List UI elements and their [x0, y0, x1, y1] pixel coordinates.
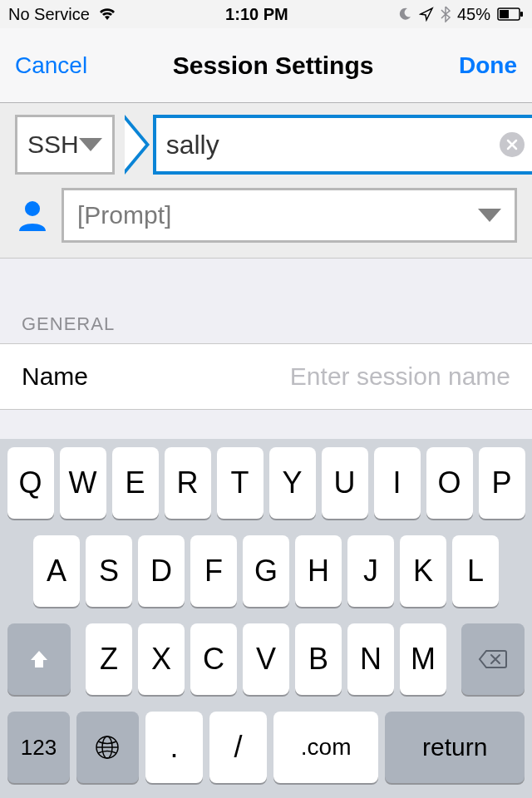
key-123[interactable]: 123 — [7, 712, 70, 783]
general-list: Name Enter session name — [0, 343, 532, 410]
key-d[interactable]: D — [138, 535, 185, 607]
key-m[interactable]: M — [400, 623, 446, 695]
keyboard: Q W E R T Y U I O P A S D F G H J K L Z … — [0, 439, 532, 798]
battery-icon — [497, 7, 524, 21]
location-icon — [419, 7, 434, 22]
name-label: Name — [22, 362, 88, 391]
protocol-value: SSH — [27, 131, 79, 159]
do-not-disturb-icon — [397, 7, 412, 22]
key-v[interactable]: V — [243, 623, 289, 695]
key-c[interactable]: C — [190, 623, 237, 695]
key-u[interactable]: U — [322, 447, 368, 519]
battery-percent: 45% — [457, 5, 490, 24]
key-z[interactable]: Z — [86, 623, 132, 695]
key-n[interactable]: N — [347, 623, 394, 695]
key-j[interactable]: J — [347, 535, 394, 607]
key-i[interactable]: I — [374, 447, 421, 519]
credentials-value: [Prompt] — [77, 201, 171, 229]
key-backspace[interactable] — [461, 623, 525, 695]
key-return[interactable]: return — [385, 712, 525, 783]
bluetooth-icon — [441, 6, 451, 22]
chevron-down-icon — [478, 209, 501, 222]
nav-bar: Cancel Session Settings Done — [0, 28, 532, 103]
key-y[interactable]: Y — [269, 447, 316, 519]
host-field[interactable] — [153, 115, 532, 175]
clock: 1:10 PM — [225, 5, 288, 24]
chevron-down-icon — [79, 138, 102, 151]
arrow-right-icon — [125, 115, 153, 175]
key-p[interactable]: P — [479, 447, 525, 519]
key-shift[interactable] — [7, 623, 71, 695]
section-header-general: GENERAL — [0, 313, 532, 343]
key-a[interactable]: A — [33, 535, 80, 607]
key-l[interactable]: L — [452, 535, 499, 607]
cancel-button[interactable]: Cancel — [15, 52, 87, 79]
protocol-select[interactable]: SSH — [15, 115, 115, 175]
keyboard-row-2: A S D F G H J K L — [4, 535, 528, 607]
carrier-label: No Service — [8, 5, 90, 24]
key-s[interactable]: S — [86, 535, 132, 607]
key-b[interactable]: B — [295, 623, 342, 695]
clear-icon[interactable] — [500, 132, 525, 157]
key-x[interactable]: X — [138, 623, 185, 695]
connection-form: SSH 22 [Prompt] — [0, 103, 532, 259]
wifi-icon — [98, 7, 116, 22]
user-icon — [15, 200, 50, 231]
host-input[interactable] — [166, 130, 500, 160]
key-slash[interactable]: / — [209, 712, 267, 783]
key-w[interactable]: W — [60, 447, 106, 519]
svg-point-3 — [25, 201, 40, 216]
key-h[interactable]: H — [295, 535, 342, 607]
name-row[interactable]: Name Enter session name — [0, 344, 532, 409]
key-g[interactable]: G — [243, 535, 289, 607]
key-t[interactable]: T — [217, 447, 264, 519]
keyboard-row-4: 123 . / .com return — [4, 712, 528, 783]
key-dotcom[interactable]: .com — [273, 712, 378, 783]
status-bar: No Service 1:10 PM 45% — [0, 0, 532, 28]
key-q[interactable]: Q — [7, 447, 54, 519]
key-dot[interactable]: . — [145, 712, 203, 783]
svg-rect-2 — [520, 12, 523, 17]
key-k[interactable]: K — [400, 535, 446, 607]
key-r[interactable]: R — [165, 447, 211, 519]
done-button[interactable]: Done — [459, 52, 517, 79]
key-f[interactable]: F — [190, 535, 237, 607]
key-e[interactable]: E — [112, 447, 159, 519]
name-placeholder: Enter session name — [290, 362, 510, 391]
svg-rect-1 — [500, 10, 509, 18]
key-o[interactable]: O — [426, 447, 473, 519]
credentials-select[interactable]: [Prompt] — [62, 188, 517, 243]
key-globe[interactable] — [76, 712, 139, 783]
keyboard-row-3: Z X C V B N M — [4, 623, 528, 695]
page-title: Session Settings — [173, 52, 374, 80]
keyboard-row-1: Q W E R T Y U I O P — [4, 447, 528, 519]
